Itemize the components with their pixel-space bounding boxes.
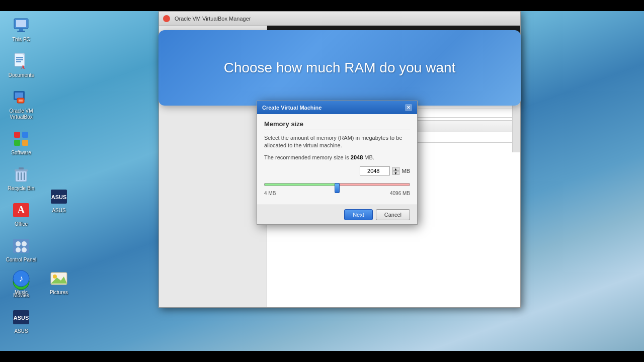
svg-rect-15 — [22, 132, 28, 138]
recycle-icon — [12, 165, 31, 184]
svg-rect-3 — [17, 31, 25, 32]
svg-rect-20 — [19, 167, 24, 169]
modal-section-title: Memory size — [264, 120, 410, 130]
window-close-button[interactable] — [163, 15, 170, 22]
desktop-icon-music[interactable]: ♪ Music — [5, 269, 37, 296]
mb-spin-down[interactable]: ▼ — [392, 171, 399, 175]
modal-body: Memory size Select the amount of memory … — [257, 114, 417, 205]
svg-rect-2 — [19, 29, 23, 31]
desktop-icon-asus2[interactable]: ASUS ASUS — [43, 187, 75, 214]
annotation-bar: Choose how much RAM do you want — [158, 30, 521, 106]
svg-text:A: A — [21, 64, 25, 70]
black-bar-bottom — [0, 351, 644, 362]
this-pc-label: This PC — [12, 37, 30, 43]
svg-point-30 — [22, 247, 27, 252]
ram-slider-container: ▲ ▼ MB 4 MB 4096 MB — [264, 166, 410, 196]
desktop-icon-pictures[interactable]: Pictures — [43, 269, 75, 296]
modal-description: Select the amount of memory (RAM) in meg… — [264, 134, 410, 150]
svg-rect-11 — [15, 93, 23, 99]
desktop-icon-office[interactable]: A Office — [5, 201, 37, 227]
next-button[interactable]: Next — [344, 209, 373, 220]
svg-text:A: A — [18, 204, 25, 215]
mb-input-row: ▲ ▼ MB — [264, 166, 410, 175]
asus-icon: ASUS — [12, 308, 31, 327]
software-icon — [12, 129, 31, 148]
office-label: Office — [15, 221, 28, 227]
svg-point-28 — [22, 241, 27, 246]
modal-recommendation: The recommended memory size is 2048 MB. — [264, 154, 410, 161]
memory-size-dialog: Create Virtual Machine ✕ Memory size Sel… — [257, 101, 418, 225]
asus2-label: ASUS — [52, 208, 65, 214]
ram-slider-thumb[interactable] — [335, 183, 340, 193]
mb-spin-up[interactable]: ▲ — [392, 167, 399, 171]
vbox-titlebar: Oracle VM VirtualBox Manager — [159, 12, 520, 26]
black-bar-top — [0, 0, 644, 11]
ram-value-input[interactable] — [360, 166, 390, 175]
documents-icon: A — [12, 52, 31, 71]
svg-rect-14 — [14, 132, 20, 138]
desktop-icon-documents[interactable]: A Documents — [5, 52, 37, 78]
svg-point-40 — [53, 275, 57, 279]
modal-titlebar: Create Virtual Machine ✕ — [257, 101, 417, 114]
asus2-icon: ASUS — [49, 187, 68, 206]
virtualbox-label: Oracle VM VirtualBox — [5, 108, 37, 120]
recycle-bin-label: Recycle Bin — [8, 186, 35, 192]
svg-rect-1 — [16, 20, 26, 27]
recommended-value: 2048 — [351, 154, 363, 160]
svg-rect-26 — [13, 239, 29, 253]
virtualbox-icon — [12, 87, 31, 107]
music-icon: ♪ — [12, 269, 31, 288]
desktop-icon-recycle-bin[interactable]: Recycle Bin — [5, 165, 37, 192]
slider-max-label: 4096 MB — [390, 191, 410, 196]
desktop-icon-asus[interactable]: ASUS ASUS — [5, 308, 37, 334]
svg-rect-6 — [16, 57, 23, 58]
mb-spinner: ▲ ▼ — [392, 167, 399, 175]
ram-slider-track — [264, 183, 410, 186]
control-panel-label: Control Panel — [6, 257, 37, 263]
svg-rect-16 — [14, 140, 20, 146]
svg-point-29 — [16, 247, 21, 252]
svg-rect-19 — [15, 169, 28, 171]
pictures-label: Pictures — [50, 290, 68, 296]
modal-close-button[interactable]: ✕ — [405, 104, 412, 111]
desktop-icon-virtualbox[interactable]: Oracle VM VirtualBox — [5, 87, 37, 120]
svg-rect-7 — [16, 59, 23, 60]
slider-min-label: 4 MB — [264, 191, 276, 196]
pc-icon — [12, 16, 31, 35]
asus-label: ASUS — [14, 328, 28, 334]
svg-text:ASUS: ASUS — [14, 315, 29, 321]
slider-track-wrapper — [264, 179, 410, 190]
mb-unit-label: MB — [402, 168, 411, 174]
office-icon: A — [12, 201, 31, 220]
music-label: Music — [15, 290, 28, 296]
control-panel-icon — [12, 236, 31, 255]
modal-title: Create Virtual Machine — [262, 105, 321, 111]
svg-text:ASUS: ASUS — [51, 194, 67, 200]
software-label: Software — [11, 150, 31, 156]
modal-footer: Next Cancel — [257, 205, 417, 224]
svg-rect-17 — [22, 140, 28, 146]
annotation-text: Choose how much RAM do you want — [214, 60, 466, 76]
desktop-icon-this-pc[interactable]: This PC — [5, 16, 37, 43]
pictures-icon — [49, 269, 68, 288]
svg-rect-8 — [16, 61, 21, 62]
desktop: This PC A Documents — [0, 0, 644, 362]
documents-label: Documents — [9, 72, 34, 78]
desktop-icon-software[interactable]: Software — [5, 129, 37, 156]
svg-point-27 — [16, 241, 21, 246]
vbox-title: Oracle VM VirtualBox Manager — [175, 16, 251, 22]
cancel-button[interactable]: Cancel — [376, 209, 410, 220]
svg-text:♪: ♪ — [19, 274, 24, 284]
desktop-icon-control-panel[interactable]: Control Panel — [5, 236, 37, 263]
svg-rect-13 — [19, 100, 23, 102]
